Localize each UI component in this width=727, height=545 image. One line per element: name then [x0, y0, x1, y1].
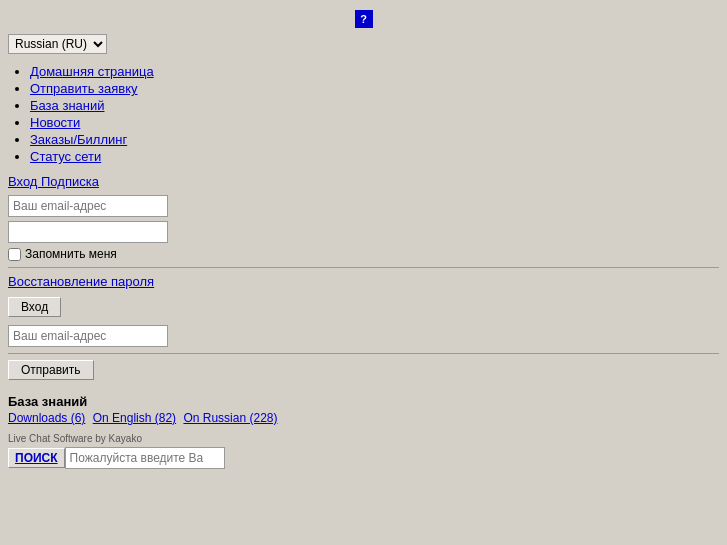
divider-2 — [8, 353, 719, 354]
login-button-row: Вход — [8, 297, 719, 325]
search-row: ПОИСК — [8, 447, 719, 469]
list-item: Новости — [30, 115, 719, 130]
live-chat-section: Live Chat Software by Kayako ПОИСК — [8, 433, 719, 469]
nav-link-news[interactable]: Новости — [30, 115, 80, 130]
email-recovery-section — [8, 325, 719, 347]
email-field-row — [8, 195, 719, 217]
login-button[interactable]: Вход — [8, 297, 61, 317]
login-title-link[interactable]: Вход Подписка — [8, 174, 99, 189]
knowledge-base-section: База знаний Downloads (6) On English (82… — [8, 394, 719, 425]
kb-russian-link[interactable]: On Russian (228) — [183, 411, 277, 425]
nav-link-knowledge[interactable]: База знаний — [30, 98, 105, 113]
list-item: Домашняя страница — [30, 64, 719, 79]
kb-links: Downloads (6) On English (82) On Russian… — [8, 411, 719, 425]
nav-link-submit[interactable]: Отправить заявку — [30, 81, 138, 96]
search-button[interactable]: ПОИСК — [8, 448, 65, 468]
help-icon-row: ? — [8, 10, 719, 28]
language-select[interactable]: Russian (RU) — [8, 34, 107, 54]
help-icon[interactable]: ? — [355, 10, 373, 28]
knowledge-base-title: База знаний — [8, 394, 719, 409]
kb-english-link[interactable]: On English (82) — [93, 411, 176, 425]
divider-1 — [8, 267, 719, 268]
recovery-link[interactable]: Восстановление пароля — [8, 274, 154, 289]
live-chat-label: Live Chat Software by Kayako — [8, 433, 719, 444]
recovery-email-input[interactable] — [8, 325, 168, 347]
list-item: База знаний — [30, 98, 719, 113]
remember-checkbox[interactable] — [8, 248, 21, 261]
password-input[interactable] — [8, 221, 168, 243]
nav-link-orders[interactable]: Заказы/Биллинг — [30, 132, 127, 147]
list-item: Статус сети — [30, 149, 719, 164]
nav-list: Домашняя страница Отправить заявку База … — [8, 64, 719, 164]
remember-row: Запомнить меня — [8, 247, 719, 261]
login-section: Вход Подписка Запомнить меня — [8, 174, 719, 261]
kb-downloads-link[interactable]: Downloads (6) — [8, 411, 85, 425]
list-item: Заказы/Биллинг — [30, 132, 719, 147]
main-container: ? Russian (RU) Домашняя страница Отправи… — [0, 0, 727, 479]
nav-link-status[interactable]: Статус сети — [30, 149, 101, 164]
recovery-email-field-row — [8, 325, 719, 347]
list-item: Отправить заявку — [30, 81, 719, 96]
nav-link-home[interactable]: Домашняя страница — [30, 64, 154, 79]
language-selector-row: Russian (RU) — [8, 34, 719, 54]
email-input[interactable] — [8, 195, 168, 217]
remember-label: Запомнить меня — [25, 247, 117, 261]
password-field-row — [8, 221, 719, 243]
search-input[interactable] — [65, 447, 225, 469]
submit-button-row: Отправить — [8, 360, 719, 388]
submit-button[interactable]: Отправить — [8, 360, 94, 380]
